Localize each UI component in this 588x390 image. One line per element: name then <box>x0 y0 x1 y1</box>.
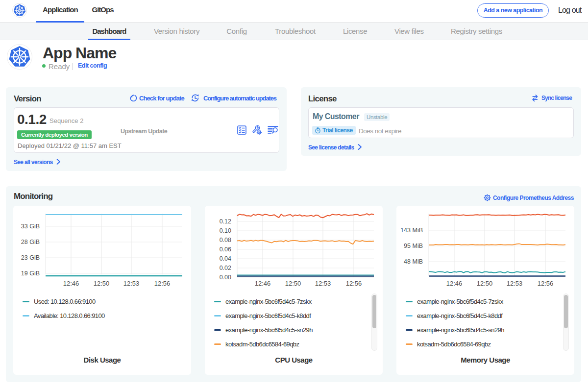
svg-text:19 GiB: 19 GiB <box>21 270 40 277</box>
svg-text:33 GiB: 33 GiB <box>21 223 40 230</box>
svg-text:12:50: 12:50 <box>285 280 301 287</box>
svg-text:28 GiB: 28 GiB <box>21 239 40 245</box>
svg-text:12:46: 12:46 <box>446 280 463 287</box>
svg-text:12:53: 12:53 <box>123 280 140 287</box>
svg-text:12:56: 12:56 <box>538 280 554 287</box>
svg-text:23 GiB: 23 GiB <box>21 254 40 261</box>
svg-text:95 MiB: 95 MiB <box>404 243 423 249</box>
svg-text:0.10: 0.10 <box>220 227 231 234</box>
svg-text:0.02: 0.02 <box>220 265 231 271</box>
svg-text:12:53: 12:53 <box>507 280 523 287</box>
svg-text:12:50: 12:50 <box>477 280 493 287</box>
svg-text:48 MiB: 48 MiB <box>404 258 423 265</box>
svg-text:143 MiB: 143 MiB <box>400 227 423 234</box>
svg-text:0.00: 0.00 <box>220 274 231 281</box>
svg-text:12:53: 12:53 <box>315 280 331 287</box>
svg-text:0.08: 0.08 <box>220 237 231 244</box>
svg-text:0.06: 0.06 <box>220 246 231 253</box>
svg-text:12:56: 12:56 <box>346 280 362 287</box>
svg-text:0.12: 0.12 <box>220 218 231 225</box>
svg-text:0.04: 0.04 <box>220 255 231 262</box>
svg-text:12:46: 12:46 <box>255 280 271 287</box>
svg-text:12:50: 12:50 <box>94 280 110 287</box>
svg-text:12:46: 12:46 <box>63 280 79 287</box>
svg-text:12:56: 12:56 <box>154 280 171 287</box>
